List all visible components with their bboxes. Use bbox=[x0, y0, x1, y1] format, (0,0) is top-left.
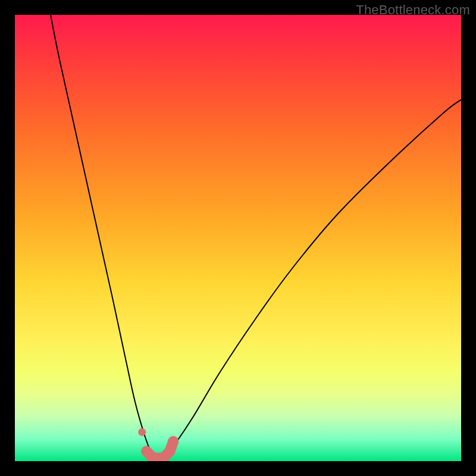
watermark-text: TheBottleneck.com bbox=[356, 2, 470, 18]
marker-layer bbox=[138, 428, 178, 461]
marker-cap bbox=[168, 436, 178, 447]
curve-layer bbox=[15, 15, 461, 461]
bottleneck-curve bbox=[51, 15, 461, 460]
chart-frame: TheBottleneck.com bbox=[0, 0, 476, 476]
marker-cap bbox=[164, 446, 175, 457]
marker-dot bbox=[138, 428, 146, 436]
plot-area bbox=[15, 15, 461, 461]
